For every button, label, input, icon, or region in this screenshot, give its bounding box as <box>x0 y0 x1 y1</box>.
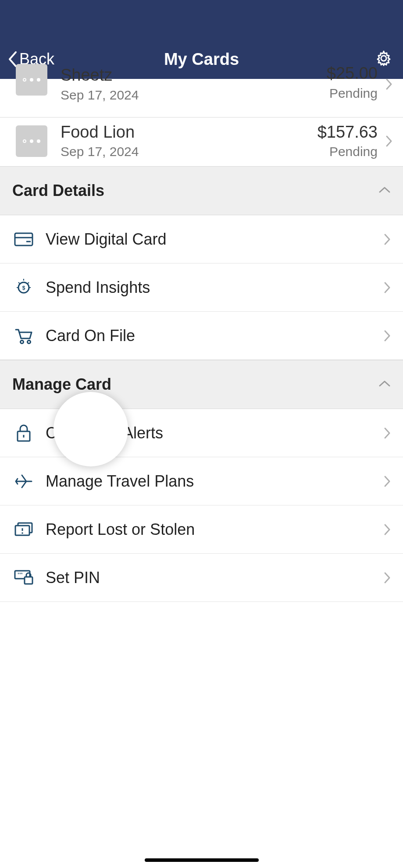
cards-alert-icon <box>12 520 35 539</box>
menu-label: Manage Travel Plans <box>35 472 382 491</box>
airplane-icon <box>12 472 35 491</box>
chevron-right-icon <box>382 523 392 536</box>
chevron-right-icon <box>382 475 392 487</box>
merchant-placeholder-icon <box>16 125 47 157</box>
menu-label: View Digital Card <box>35 230 382 249</box>
svg-text:$: $ <box>22 285 25 291</box>
menu-label: Spend Insights <box>35 278 382 297</box>
section-header-card-details[interactable]: Card Details <box>0 167 403 215</box>
transaction-amount: $25.00 <box>327 64 378 83</box>
merchant-placeholder-icon <box>16 64 47 96</box>
chevron-right-icon <box>382 330 392 342</box>
menu-set-pin[interactable]: *** Set PIN <box>0 554 403 602</box>
status-bar <box>0 0 403 39</box>
svg-point-18 <box>21 532 23 534</box>
chevron-right-icon <box>384 135 394 147</box>
svg-point-11 <box>21 340 24 343</box>
pin-lock-icon: *** <box>12 568 35 587</box>
chevron-right-icon <box>382 572 392 584</box>
chevron-right-icon <box>382 233 392 245</box>
menu-view-digital-card[interactable]: View Digital Card <box>0 215 403 263</box>
menu-card-on-file[interactable]: Card On File <box>0 312 403 360</box>
svg-text:***: *** <box>18 572 23 577</box>
lightbulb-icon: $ <box>12 278 35 297</box>
menu-label: Report Lost or Stolen <box>35 520 382 539</box>
cart-icon <box>12 326 35 345</box>
menu-manage-travel-plans[interactable]: Manage Travel Plans <box>0 457 403 505</box>
transaction-merchant: Sheetz <box>61 66 327 85</box>
transactions-list: Sheetz Sep 17, 2024 $25.00 Pending Food … <box>0 79 403 167</box>
svg-rect-1 <box>15 233 32 245</box>
chevron-right-icon <box>382 281 392 294</box>
chevron-right-icon <box>384 78 394 90</box>
transaction-status: Pending <box>329 144 378 159</box>
chevron-up-icon <box>378 186 391 196</box>
section-header-manage-card[interactable]: Manage Card <box>0 360 403 409</box>
transaction-amount: $157.63 <box>317 123 378 142</box>
svg-point-12 <box>28 340 31 343</box>
transaction-row[interactable]: Sheetz Sep 17, 2024 $25.00 Pending <box>0 79 403 117</box>
transaction-date: Sep 17, 2024 <box>61 88 327 103</box>
transaction-merchant: Food Lion <box>61 123 317 142</box>
transaction-status: Pending <box>329 86 378 101</box>
menu-spend-insights[interactable]: $ Spend Insights <box>0 263 403 312</box>
section-title: Manage Card <box>12 375 111 394</box>
card-icon <box>12 230 35 249</box>
svg-line-10 <box>28 282 29 284</box>
chevron-right-icon <box>382 427 392 439</box>
menu-label: Set PIN <box>35 569 382 587</box>
menu-controls-alerts[interactable]: Controls & Alerts <box>0 409 403 457</box>
menu-label: Card On File <box>35 327 382 345</box>
lock-icon <box>12 423 35 443</box>
menu-report-lost-stolen[interactable]: Report Lost or Stolen <box>0 505 403 554</box>
svg-line-9 <box>18 282 20 284</box>
svg-rect-21 <box>25 577 32 584</box>
transaction-row[interactable]: Food Lion Sep 17, 2024 $157.63 Pending <box>0 117 403 167</box>
menu-label: Controls & Alerts <box>35 424 382 442</box>
section-title: Card Details <box>12 181 104 200</box>
svg-point-0 <box>381 56 386 61</box>
transaction-date: Sep 17, 2024 <box>61 144 317 159</box>
chevron-up-icon <box>378 380 391 389</box>
home-indicator <box>145 858 259 862</box>
